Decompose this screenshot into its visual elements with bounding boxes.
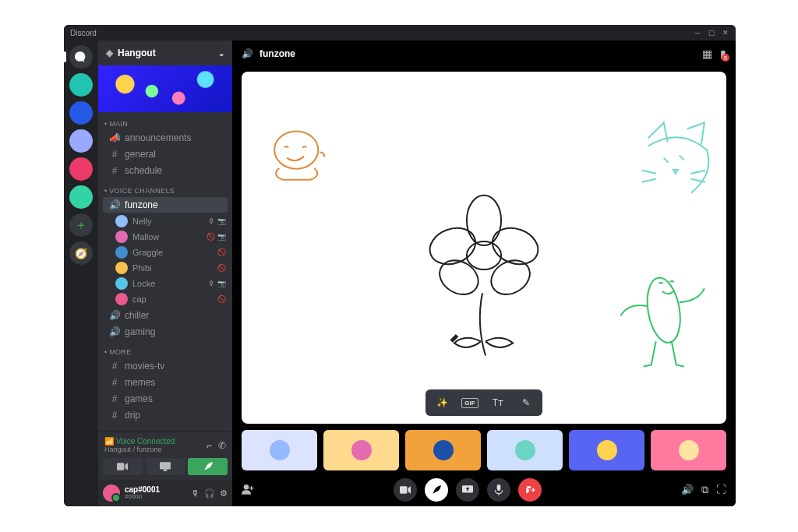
fullscreen-icon[interactable]: ⛶ — [716, 484, 726, 496]
hash-icon: # — [109, 410, 120, 421]
activity-button[interactable] — [188, 458, 228, 475]
voice-user-name: Phibi — [132, 263, 151, 273]
avatar — [115, 231, 128, 243]
mic-button[interactable] — [487, 478, 510, 502]
titlebar: Discord ─ ▢ ✕ — [64, 25, 736, 41]
svg-rect-0 — [117, 463, 124, 470]
participant-tile[interactable] — [323, 430, 399, 470]
signal-icon: 📶 — [104, 437, 114, 446]
voice-channel-gaming[interactable]: 🔊gaming — [103, 324, 228, 340]
participant-avatar — [270, 440, 290, 460]
boost-icon: ◈ — [106, 48, 113, 58]
voice-user[interactable]: Graggle🚫 — [98, 245, 232, 260]
text-channel-general[interactable]: #general — [103, 146, 228, 162]
channel-name: funzone — [260, 48, 295, 59]
popout-icon[interactable]: ⧉ — [701, 484, 708, 496]
voice-user[interactable]: cap🚫 — [98, 291, 232, 307]
svg-point-3 — [274, 132, 318, 169]
text-tool[interactable]: Tᴛ — [485, 393, 511, 413]
leave-call-button[interactable] — [518, 478, 542, 502]
hash-icon: # — [109, 149, 120, 160]
text-channel-announcements[interactable]: 📣announcements — [103, 130, 228, 146]
server-icon[interactable] — [69, 101, 93, 125]
voice-channel-chiller[interactable]: 🔊chiller — [103, 308, 228, 323]
mic-muted-icon: 🚫 — [207, 233, 215, 241]
participant-avatar — [351, 440, 372, 460]
draw-tool[interactable]: ✎ — [513, 393, 539, 413]
participant-tile[interactable] — [242, 430, 317, 470]
deafen-icon[interactable]: 🎧 — [204, 488, 215, 499]
server-icon[interactable] — [69, 129, 93, 153]
app-title: Discord — [70, 29, 97, 37]
text-channel-drip[interactable]: #drip — [103, 407, 228, 423]
user-panel: cap#0001 #0000 🎙 🎧 ⚙ — [98, 480, 232, 506]
grid-view-icon[interactable]: ▦ — [702, 48, 712, 60]
mute-icon[interactable]: 🎙 — [191, 488, 200, 499]
explore-button[interactable]: 🧭 — [69, 241, 93, 265]
settings-icon[interactable]: ⚙ — [220, 488, 228, 499]
voice-channel-funzone[interactable]: 🔊funzone — [103, 197, 228, 213]
whiteboard-canvas[interactable]: ✨ GIF Tᴛ ✎ — [242, 72, 726, 424]
text-channel-games[interactable]: #games — [103, 391, 228, 407]
participant-avatar — [679, 440, 699, 460]
close-button[interactable]: ✕ — [722, 29, 729, 37]
screenshare-button[interactable] — [146, 458, 185, 475]
text-channel-memes[interactable]: #memes — [103, 375, 228, 390]
volume-icon[interactable]: 🔊 — [681, 484, 694, 496]
participant-avatar — [597, 440, 617, 460]
activity-center-button[interactable] — [425, 478, 448, 502]
maximize-button[interactable]: ▢ — [708, 29, 715, 37]
text-channel-schedule[interactable]: #schedule — [103, 163, 228, 178]
text-channel-movies-tv[interactable]: #movies-tv — [103, 358, 228, 374]
participant-avatar — [433, 440, 454, 460]
voice-user[interactable]: Mallow🚫📷 — [98, 229, 232, 245]
channel-header: 🔊 funzone ▦ ▮5 — [232, 41, 736, 67]
camera-icon: 📷 — [217, 233, 226, 241]
home-button[interactable] — [69, 45, 93, 69]
voice-status-sub: Hangout / funzone — [104, 446, 175, 453]
guild-header[interactable]: ◈ Hangout ⌄ — [98, 41, 232, 65]
section-main-label[interactable]: • MAIN — [98, 112, 232, 129]
voice-user[interactable]: Phibi🚫 — [98, 260, 232, 276]
gif-tool[interactable]: GIF — [457, 393, 483, 413]
avatar[interactable] — [103, 484, 120, 502]
invite-icon[interactable] — [242, 484, 254, 497]
voice-user[interactable]: Locke🎙📷 — [98, 276, 232, 291]
avatar — [115, 215, 128, 227]
camera-button[interactable] — [394, 478, 417, 502]
channel-label: chiller — [125, 310, 149, 321]
participant-tile[interactable] — [651, 430, 726, 470]
section-more-label[interactable]: • MORE — [98, 340, 232, 358]
channel-label: schedule — [125, 165, 162, 176]
megaphone-icon: 📣 — [109, 132, 120, 143]
inbox-badge: 5 — [722, 54, 729, 62]
channel-label: general — [125, 149, 156, 160]
channel-label: announcements — [125, 132, 191, 143]
server-icon[interactable] — [69, 157, 93, 181]
speaker-icon: 🔊 — [109, 310, 120, 321]
minimize-button[interactable]: ─ — [694, 29, 701, 37]
server-icon[interactable] — [69, 73, 93, 97]
server-icon[interactable] — [69, 185, 93, 209]
participant-avatar — [515, 440, 535, 460]
hangup-icon[interactable]: ✆ — [218, 440, 226, 451]
participant-tile[interactable] — [569, 430, 644, 470]
noise-suppression-icon[interactable]: ⌐ — [207, 440, 212, 451]
inbox-icon[interactable]: ▮5 — [720, 48, 726, 60]
magic-tool[interactable]: ✨ — [429, 393, 455, 413]
hash-icon: # — [109, 361, 120, 372]
screenshare-center-button[interactable] — [456, 478, 479, 502]
voice-user[interactable]: Nelly🎙📷 — [98, 213, 232, 229]
channel-scroll[interactable]: • MAIN 📣announcements#general#schedule •… — [98, 112, 232, 432]
participant-tile[interactable] — [405, 430, 481, 470]
participant-tile[interactable] — [487, 430, 563, 470]
section-voice-label[interactable]: • VOICE CHANNELS — [98, 179, 232, 196]
chevron-down-icon: ⌄ — [218, 49, 224, 58]
svg-rect-14 — [497, 484, 501, 491]
svg-rect-2 — [164, 470, 168, 471]
hash-icon: # — [109, 377, 120, 388]
video-button[interactable] — [103, 458, 143, 475]
mic-muted-icon: 🚫 — [217, 295, 226, 303]
hash-icon: # — [109, 165, 120, 176]
add-server-button[interactable]: ＋ — [69, 213, 93, 237]
